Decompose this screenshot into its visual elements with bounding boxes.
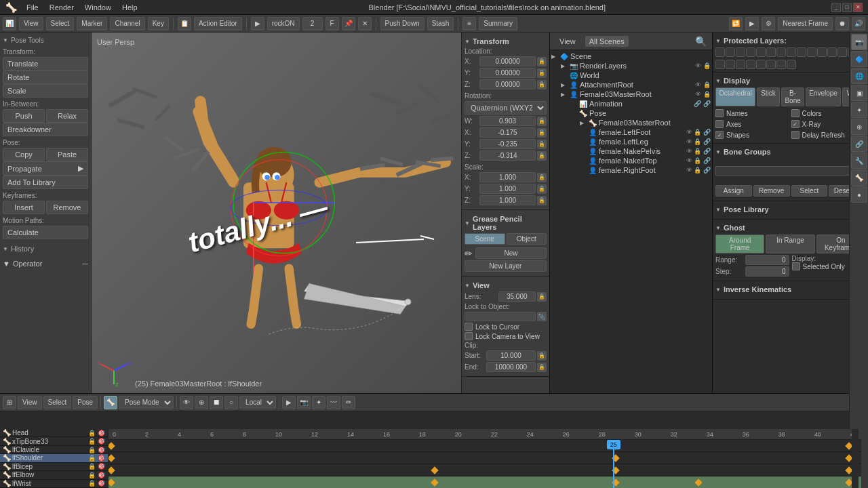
scale-x-lock[interactable]: 🔒 xyxy=(537,173,547,182)
rot-y-lock[interactable]: 🔒 xyxy=(537,140,547,149)
viewport[interactable]: totally... — User Persp X Y Z (25) Femal… xyxy=(92,33,461,393)
rotation-mode-select[interactable]: Quaternion (WXYZ) xyxy=(465,101,547,115)
protected-layer-6[interactable] xyxy=(776,47,786,57)
protected-layer-16[interactable] xyxy=(715,60,725,69)
colors-cb[interactable] xyxy=(791,109,800,117)
shapes-cb[interactable] xyxy=(715,131,724,139)
minimize-btn[interactable]: _ xyxy=(831,3,841,12)
insert-keyframe-btn[interactable]: Insert xyxy=(3,201,45,214)
tree-attachmentroot[interactable]: ▶ 👤 AttachmentRoot 👁 🔒 xyxy=(551,80,711,89)
modifier-tab[interactable]: 🔧 xyxy=(851,152,867,169)
hair-icon[interactable]: 〰 xyxy=(327,396,340,409)
world-tab[interactable]: 🌐 xyxy=(851,68,867,84)
protected-layer-9[interactable] xyxy=(807,47,816,57)
xray-cb[interactable] xyxy=(791,120,800,128)
menu-help[interactable]: Help xyxy=(117,2,143,13)
protected-layer-22[interactable] xyxy=(776,60,786,69)
select-btn[interactable]: Select xyxy=(791,185,828,197)
clip-start-lock[interactable]: 🔒 xyxy=(537,351,547,361)
push-btn[interactable]: Push xyxy=(3,109,45,123)
tree-nakepelvis[interactable]: 👤 female.NakePelvis 👁 🔒 🔗 xyxy=(551,146,711,156)
pose-menu[interactable]: Pose xyxy=(73,396,98,409)
scene-tab[interactable]: 🔷 xyxy=(851,51,867,67)
rotate-btn[interactable]: Rotate xyxy=(3,70,88,84)
clip-end-lock[interactable]: 🔒 xyxy=(537,363,547,372)
object-tab[interactable]: ▣ xyxy=(851,85,867,101)
timeline-scrollbar[interactable] xyxy=(852,429,859,488)
protected-layer-11[interactable] xyxy=(827,47,837,57)
tree-female03masterroot[interactable]: ▶ 👤 Female03MasterRoot 👁 🔒 xyxy=(551,89,711,99)
view-menu[interactable]: View xyxy=(18,396,42,409)
outliner-search-icon[interactable]: 🔍 xyxy=(695,36,707,47)
scale-z-value[interactable]: 1.000 xyxy=(479,195,536,205)
scale-y-lock[interactable]: 🔒 xyxy=(537,184,547,194)
lock-camera-cb[interactable] xyxy=(465,332,473,340)
remove-btn[interactable]: Remove xyxy=(753,185,790,197)
outliner-all-scenes-tab[interactable]: All Scenes xyxy=(585,36,629,47)
ghost-range-val[interactable]: 0 xyxy=(745,255,789,265)
protected-layer-3[interactable] xyxy=(746,47,755,57)
pose-mode-icon[interactable]: 🦴 xyxy=(104,396,117,409)
lock-object-value[interactable] xyxy=(465,312,536,321)
viewport-type-icon[interactable]: ⊞ xyxy=(3,396,16,409)
track-lfwrist[interactable]: 🦴 lfWrist 🔒 🎯 xyxy=(0,480,108,488)
relax-btn[interactable]: Relax xyxy=(46,109,88,123)
protected-layer-0[interactable] xyxy=(715,47,725,57)
delay-refresh-cb[interactable] xyxy=(791,131,800,139)
track-lfelbow[interactable]: 🦴 lfElbow 🔒 🎯 xyxy=(0,471,108,479)
particles-tab[interactable]: ✦ xyxy=(851,102,867,118)
protected-layer-18[interactable] xyxy=(736,60,745,69)
stick-tab[interactable]: Stick xyxy=(757,87,780,106)
track-lfbicep[interactable]: 🦴 lfBicep 🔒 🎯 xyxy=(0,463,108,471)
protected-layer-7[interactable] xyxy=(787,47,796,57)
loc-z-value[interactable]: 0.00000 xyxy=(479,79,536,89)
in-range-btn[interactable]: In Range xyxy=(766,235,814,253)
copy-pose-btn[interactable]: Copy xyxy=(3,148,45,161)
local-select[interactable]: Local xyxy=(239,396,276,409)
view3d-icon[interactable]: 👁 xyxy=(180,396,193,409)
maximize-btn[interactable]: □ xyxy=(842,3,852,12)
track-xtipbone33[interactable]: 🦴 xTipBone33 🔒 🎯 xyxy=(0,437,108,445)
protected-layer-5[interactable] xyxy=(766,47,776,57)
protected-layer-8[interactable] xyxy=(797,47,806,57)
paint-icon[interactable]: ✏ xyxy=(342,396,355,409)
tree-scene[interactable]: ▶ 🔷 Scene xyxy=(551,52,711,61)
rot-z-lock[interactable]: 🔒 xyxy=(537,151,547,161)
protected-layer-12[interactable] xyxy=(837,47,847,57)
close-btn[interactable]: ✕ xyxy=(853,3,863,12)
protected-layer-17[interactable] xyxy=(726,60,735,69)
loc-y-value[interactable]: 0.00000 xyxy=(479,68,536,78)
gp-new-layer-btn[interactable]: New Layer xyxy=(465,260,547,272)
lock-cursor-cb[interactable] xyxy=(465,323,473,331)
add-to-library-btn[interactable]: Add To Library xyxy=(3,176,88,189)
calculate-btn[interactable]: Calculate xyxy=(3,226,88,239)
rot-y-value[interactable]: -0.235 xyxy=(479,139,536,149)
pivot-icon[interactable]: ⊕ xyxy=(195,396,208,409)
outliner-view-tab[interactable]: View xyxy=(555,36,580,47)
axes-cb[interactable] xyxy=(715,120,724,128)
particles-icon[interactable]: ✦ xyxy=(312,396,326,409)
octahedral-tab[interactable]: Octahedral xyxy=(715,87,755,106)
proportional-icon[interactable]: ○ xyxy=(224,396,238,409)
protected-layer-2[interactable] xyxy=(736,47,745,57)
loc-y-lock[interactable]: 🔒 xyxy=(537,68,547,78)
tree-pose[interactable]: 🦴 Pose xyxy=(551,108,711,118)
tree-animation[interactable]: 📊 Animation 🔗 🔗 xyxy=(551,99,711,108)
tree-rightfoot[interactable]: 👤 female.RightFoot 👁 🔒 🔗 xyxy=(551,165,711,175)
gp-new-btn[interactable]: New xyxy=(475,247,547,259)
rot-x-lock[interactable]: 🔒 xyxy=(537,128,547,138)
names-cb[interactable] xyxy=(715,109,724,117)
rot-w-lock[interactable]: 🔒 xyxy=(537,117,547,126)
track-head[interactable]: 🦴 Head 🔒 🎯 xyxy=(0,429,108,437)
breakdowner-btn[interactable]: Breakdowner xyxy=(3,123,88,136)
paste-pose-btn[interactable]: Paste xyxy=(46,148,88,161)
mode-select[interactable]: Pose Mode xyxy=(119,396,174,409)
render-icon[interactable]: ▶ xyxy=(282,396,296,409)
tree-leftleg[interactable]: 👤 female.LeftLeg 👁 🔒 🔗 xyxy=(551,137,711,146)
protected-layer-19[interactable] xyxy=(746,60,755,69)
lens-lock[interactable]: 🔒 xyxy=(537,292,547,302)
tree-female03masterroot-bone[interactable]: ▶ 🦴 Female03MasterRoot xyxy=(551,118,711,127)
material-tab[interactable]: ● xyxy=(851,186,867,203)
propagate-btn[interactable]: Propagate ▶ xyxy=(3,161,88,176)
protected-layer-1[interactable] xyxy=(726,47,735,57)
